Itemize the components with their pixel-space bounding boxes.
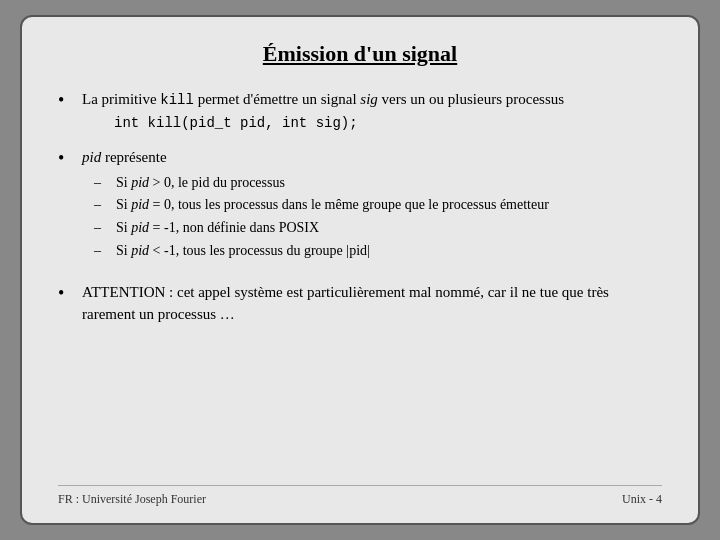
bullet-1-sig: sig [360, 91, 378, 107]
sub-dash-2: – [94, 218, 108, 238]
sub-list: – Si pid > 0, le pid du processus – Si p… [94, 173, 662, 260]
attention-text: ATTENTION : cet appel système est partic… [82, 282, 662, 326]
sub-1-prefix: Si [116, 197, 131, 212]
slide-footer: FR : Université Joseph Fourier Unix - 4 [58, 485, 662, 507]
bullet-1-middle: permet d'émettre un signal [194, 91, 360, 107]
bullet-2-pid: pid [82, 149, 101, 165]
sub-2-pid: pid [131, 220, 149, 235]
sub-dash-1: – [94, 195, 108, 215]
bullet-1-text: La primitive kill permet d'émettre un si… [82, 89, 662, 133]
sub-text-0: Si pid > 0, le pid du processus [116, 173, 662, 193]
sub-3-prefix: Si [116, 243, 131, 258]
bullet-2-text: pid représente – Si pid > 0, le pid du p… [82, 147, 662, 260]
sub-3-suffix: < -1, tous les processus du groupe |pid| [149, 243, 370, 258]
sub-item-2: – Si pid = -1, non définie dans POSIX [94, 218, 662, 238]
sub-3-pid: pid [131, 243, 149, 258]
slide-content: • La primitive kill permet d'émettre un … [58, 89, 662, 475]
bullet-1-suffix: vers un ou plusieurs processus [378, 91, 564, 107]
sub-2-suffix: = -1, non définie dans POSIX [149, 220, 319, 235]
sub-item-1: – Si pid = 0, tous les processus dans le… [94, 195, 662, 215]
sub-item-3: – Si pid < -1, tous les processus du gro… [94, 241, 662, 261]
slide: Émission d'un signal • La primitive kill… [20, 15, 700, 525]
attention-bullet: • ATTENTION : cet appel système est part… [58, 282, 662, 326]
attention-dot: • [58, 282, 74, 305]
sub-0-suffix: > 0, le pid du processus [149, 175, 285, 190]
bullet-dot-1: • [58, 89, 74, 112]
footer-right: Unix - 4 [622, 492, 662, 507]
bullet-dot-2: • [58, 147, 74, 170]
sub-dash-0: – [94, 173, 108, 193]
sub-1-suffix: = 0, tous les processus dans le même gro… [149, 197, 549, 212]
footer-left: FR : Université Joseph Fourier [58, 492, 206, 507]
bullet-2-suffix: représente [101, 149, 166, 165]
sub-2-prefix: Si [116, 220, 131, 235]
code-line: int kill(pid_t pid, int sig); [114, 113, 662, 133]
bullet-1-prefix: La primitive [82, 91, 160, 107]
bullet-1: • La primitive kill permet d'émettre un … [58, 89, 662, 133]
bullet-1-kill: kill [160, 92, 194, 108]
sub-dash-3: – [94, 241, 108, 261]
slide-title: Émission d'un signal [58, 41, 662, 67]
sub-item-0: – Si pid > 0, le pid du processus [94, 173, 662, 193]
sub-1-pid: pid [131, 197, 149, 212]
sub-text-1: Si pid = 0, tous les processus dans le m… [116, 195, 662, 215]
sub-text-3: Si pid < -1, tous les processus du group… [116, 241, 662, 261]
sub-text-2: Si pid = -1, non définie dans POSIX [116, 218, 662, 238]
sub-0-pid: pid [131, 175, 149, 190]
sub-0-prefix: Si [116, 175, 131, 190]
bullet-2: • pid représente – Si pid > 0, le pid du… [58, 147, 662, 260]
